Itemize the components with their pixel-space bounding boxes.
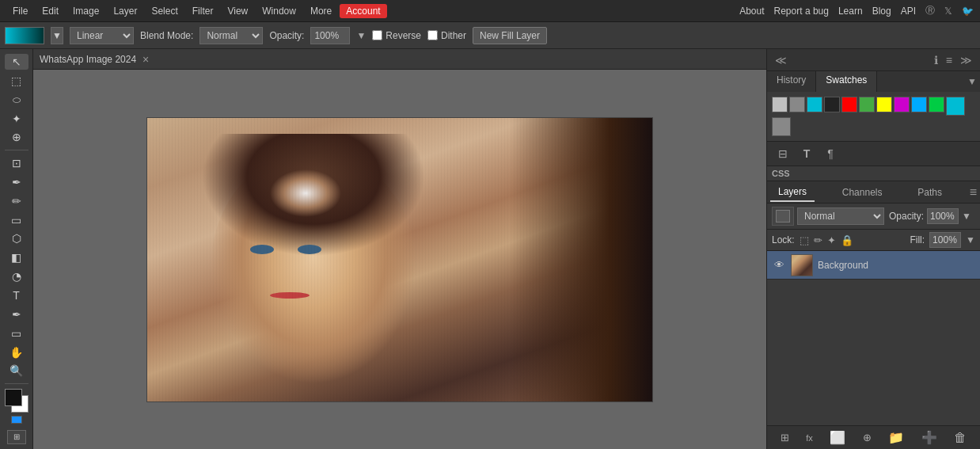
swatch-0[interactable] <box>772 97 788 112</box>
dither-checkbox-label[interactable]: Dither <box>427 30 466 41</box>
layer-group-icon[interactable]: 📁 <box>885 428 907 447</box>
tool-eyedropper[interactable]: ✒ <box>5 174 28 190</box>
tool-dodge[interactable]: ◔ <box>5 268 28 284</box>
report-bug-link[interactable]: Report a bug <box>774 6 829 17</box>
canvas-tab-close[interactable]: × <box>142 53 149 66</box>
tab-paths[interactable]: Paths <box>910 184 950 201</box>
tool-zoom[interactable]: 🔍 <box>5 363 28 379</box>
tab-channels[interactable]: Channels <box>834 184 891 201</box>
swatch-5[interactable] <box>859 97 875 112</box>
tool-pen[interactable]: ✒ <box>5 306 28 322</box>
tool-hand[interactable]: ✋ <box>5 344 28 360</box>
lock-transparent-icon[interactable]: ⬚ <box>800 234 809 246</box>
layers-list: 👁 Background <box>767 251 980 425</box>
layer-add-icon[interactable]: ➕ <box>918 428 940 447</box>
right-text-icon[interactable]: T <box>796 144 818 163</box>
layers-menu-icon[interactable]: ≡ <box>970 185 977 200</box>
color-boxes[interactable] <box>5 389 28 411</box>
tool-marquee-rect[interactable]: ⬚ <box>5 73 28 89</box>
panel-info-icon[interactable]: ℹ <box>931 52 941 68</box>
gradient-preview[interactable] <box>5 27 44 44</box>
swatch-active-1[interactable] <box>946 97 965 116</box>
reverse-checkbox[interactable] <box>372 30 382 40</box>
opacity-input[interactable] <box>310 27 350 44</box>
twitter-icon[interactable]: 𝕏 <box>944 6 952 17</box>
tool-move[interactable]: ↖ <box>5 54 28 70</box>
layer-background[interactable]: 👁 Background <box>767 251 980 280</box>
reddit-icon[interactable]: Ⓡ <box>925 4 935 17</box>
swatch-8[interactable] <box>911 97 927 112</box>
layer-link-icon[interactable]: ⊞ <box>777 430 792 445</box>
tab-swatches[interactable]: Swatches <box>816 71 877 92</box>
tool-paint-bucket[interactable]: ⬡ <box>5 231 28 247</box>
screen-mode[interactable]: ⊞ <box>7 430 26 444</box>
right-sliders-icon[interactable]: ⊟ <box>772 144 794 163</box>
layer-opacity-input[interactable] <box>927 208 959 224</box>
new-fill-layer-button[interactable]: New Fill Layer <box>473 27 547 44</box>
layer-fx-icon[interactable]: fx <box>803 432 816 444</box>
reverse-checkbox-label[interactable]: Reverse <box>372 30 421 41</box>
menu-view[interactable]: View <box>221 4 254 18</box>
swatch-2[interactable] <box>807 97 822 112</box>
tool-shape[interactable]: ▭ <box>5 325 28 341</box>
quick-mask[interactable] <box>11 416 22 424</box>
swatch-1[interactable] <box>789 97 805 112</box>
tool-crop[interactable]: ⊡ <box>5 155 28 171</box>
about-link[interactable]: About <box>739 6 764 17</box>
layer-blend-mode-select[interactable]: Normal Multiply Screen Overlay <box>797 207 884 225</box>
lock-move-icon[interactable]: ✦ <box>827 234 836 246</box>
facebook-icon[interactable]: 🐦 <box>962 6 974 17</box>
layer-mask-icon[interactable]: ⬜ <box>826 428 849 447</box>
menu-account[interactable]: Account <box>340 4 386 18</box>
tool-lasso[interactable]: ✦ <box>5 111 28 127</box>
tool-text[interactable]: T <box>5 287 28 303</box>
layer-thumbnail-icon[interactable] <box>772 207 794 226</box>
api-link[interactable]: API <box>901 6 916 17</box>
blog-link[interactable]: Blog <box>872 6 891 17</box>
panel-collapse-left[interactable]: ≪ <box>772 52 790 68</box>
swatch-9[interactable] <box>929 97 944 112</box>
panel-collapse-right[interactable]: ≫ <box>957 52 975 68</box>
menu-edit[interactable]: Edit <box>36 4 65 18</box>
lock-all-icon[interactable]: 🔒 <box>841 234 853 246</box>
foreground-color[interactable] <box>5 389 22 406</box>
opacity-dropdown-icon[interactable]: ▼ <box>962 211 971 222</box>
dither-checkbox[interactable] <box>427 30 438 40</box>
swatch-6[interactable] <box>876 97 892 112</box>
lock-brush-icon[interactable]: ✏ <box>814 234 822 246</box>
menu-select[interactable]: Select <box>145 4 184 18</box>
swatch-4[interactable] <box>841 97 857 112</box>
canvas-background[interactable] <box>33 70 766 449</box>
swatch-3[interactable] <box>824 97 840 112</box>
menu-window[interactable]: Window <box>256 4 302 18</box>
swatches-grid <box>767 92 980 141</box>
gradient-dropdown-arrow[interactable]: ▼ <box>51 27 63 44</box>
menu-filter[interactable]: Filter <box>186 4 220 18</box>
gradient-type-select[interactable]: Linear Radial Angle Reflected Diamond <box>70 27 134 44</box>
tool-eraser[interactable]: ▭ <box>5 212 28 228</box>
canvas-image[interactable] <box>146 117 653 402</box>
swatch-7[interactable] <box>894 97 910 112</box>
opacity-arrow[interactable]: ▼ <box>356 30 366 41</box>
menu-file[interactable]: File <box>6 4 34 18</box>
tab-layers[interactable]: Layers <box>770 183 815 202</box>
tool-brush[interactable]: ✏ <box>5 193 28 209</box>
tool-marquee-ellipse[interactable]: ⬭ <box>5 92 28 108</box>
swatches-menu-icon[interactable]: ▼ <box>967 76 977 87</box>
swatch-active-2[interactable] <box>772 117 791 136</box>
blend-mode-select[interactable]: Normal Multiply Screen Overlay <box>199 27 263 44</box>
menu-layer[interactable]: Layer <box>107 4 143 18</box>
layer-adjustment-icon[interactable]: ⊕ <box>860 430 875 445</box>
fill-dropdown-icon[interactable]: ▼ <box>966 234 975 245</box>
learn-link[interactable]: Learn <box>838 6 863 17</box>
right-paragraph-icon[interactable]: ¶ <box>819 144 841 163</box>
menu-more[interactable]: More <box>304 4 338 18</box>
tool-magic-wand[interactable]: ⊕ <box>5 129 28 145</box>
menu-image[interactable]: Image <box>66 4 105 18</box>
layer-visibility-icon[interactable]: 👁 <box>772 258 786 272</box>
panel-settings-icon[interactable]: ≡ <box>943 52 955 68</box>
tab-history[interactable]: History <box>767 71 816 92</box>
fill-input[interactable] <box>929 232 961 248</box>
tool-gradient[interactable]: ◧ <box>5 249 28 265</box>
layer-delete-icon[interactable]: 🗑 <box>951 429 970 447</box>
